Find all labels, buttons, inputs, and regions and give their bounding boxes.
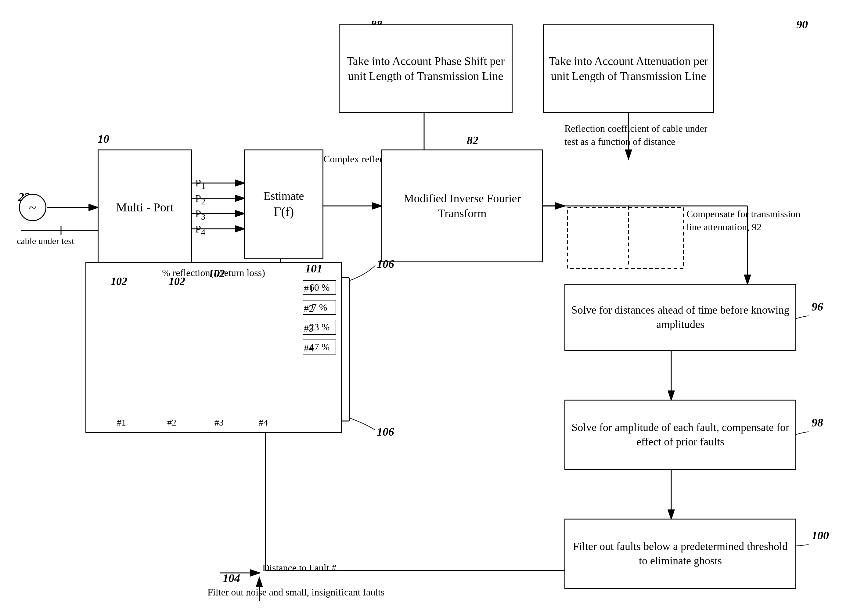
diagram: 22 ~ cable under test 10 Multi - Port P1… [0,0,868,615]
peak-label-1: 102 [111,274,127,289]
filter-noise-label: Filter out noise and small, insignifican… [208,586,384,599]
peak-label-2: 102 [169,274,185,289]
fault-label-3: #3 [303,322,315,335]
ref-96: 96 [812,299,823,315]
solve-distances-box: Solve for distances ahead of time before… [564,284,796,351]
reflection-coeff-label: Reflection coefficient of cable under te… [564,122,711,148]
fault-x2: #2 [167,417,176,429]
distance-fault-label: Distance to Fault # [262,561,337,574]
p3-label: P3 [195,207,205,223]
fault-label-1: #1 [303,282,315,295]
source-symbol: ~ [19,194,46,221]
modified-ift-box: Modified Inverse Fourier Transform [381,150,543,262]
ref-104: 104 [223,570,240,586]
filter-ghosts-box: Filter out faults below a predetermined … [564,518,796,589]
p4-label: P4 [195,222,205,238]
peak-label-3: 102 [208,266,225,281]
ref-98: 98 [812,415,823,431]
fault-x1: #1 [117,417,126,429]
svg-rect-16 [567,208,684,268]
ref-100: 100 [812,528,829,543]
p1-label: P1 [195,176,205,192]
fault-x3: #3 [214,417,224,429]
ref-90: 90 [796,17,808,32]
estimate-gamma-box: Estimate Γ(f) [244,150,323,259]
compensate-label: Compensate for transmission line attenua… [687,208,802,234]
fault-label-4: #4 [303,342,315,355]
attenuation-box: Take into Account Attenuation per unit L… [543,24,714,113]
p2-label: P2 [195,192,205,208]
ref-82: 82 [467,133,478,148]
ref-10: 10 [98,131,109,147]
phase-shift-box: Take into Account Phase Shift per unit L… [339,24,512,113]
fault-label-2: #2 [303,302,315,315]
solve-amplitude-box: Solve for amplitude of each fault, compe… [564,400,796,470]
cable-under-test-label: cable under test [17,235,74,247]
fault-x4: #4 [259,417,268,429]
multiport-box: Multi - Port [98,150,192,265]
ref-106-top: 106 [377,256,394,272]
graph-box: % reflection(1/return loss) 102 102 102 … [86,262,342,433]
ref-106-bottom: 106 [377,424,394,440]
ref-101: 101 [305,261,323,276]
